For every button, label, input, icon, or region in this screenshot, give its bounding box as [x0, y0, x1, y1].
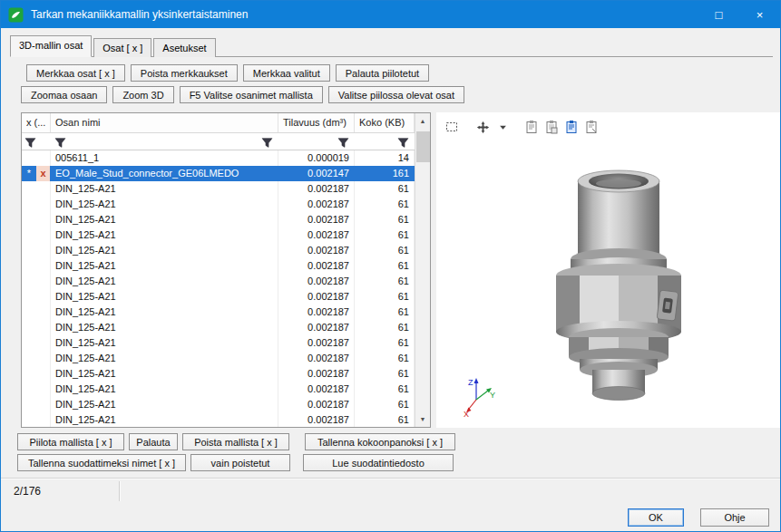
cell-size: 61 [355, 197, 415, 212]
cell-name: DIN_125-A21 [51, 274, 278, 289]
table-row[interactable]: 005611_10.00001914 [22, 150, 415, 166]
scroll-down-icon[interactable]: ▼ [415, 411, 430, 427]
palauta-button[interactable]: Palauta [129, 433, 178, 450]
vain-poistetut-button[interactable]: vain poistetut [190, 454, 290, 471]
3d-model[interactable] [532, 165, 705, 404]
cell-marker: * [22, 166, 36, 181]
merkkaa-valitut-button[interactable]: Merkkaa valitut [243, 64, 330, 82]
close-button[interactable]: × [739, 1, 780, 28]
3d-viewer[interactable]: Z Y X [436, 112, 780, 428]
dropdown-arrow-icon[interactable] [494, 119, 511, 135]
tallenna-kokoonpanoksi-x-button[interactable]: Tallenna kokoonpanoksi [ x ] [305, 433, 455, 450]
palauta-piilotetut-button[interactable]: Palauta piilotetut [336, 64, 429, 82]
table-row[interactable]: DIN_125-A210.00218761 [22, 258, 415, 274]
filter-funnel-icon[interactable] [54, 136, 66, 148]
cell-volume: 0.002187 [278, 212, 355, 227]
cell-size: 61 [355, 274, 415, 289]
lue-suodatintiedosto-button[interactable]: Lue suodatintiedosto [303, 454, 454, 471]
status-divider [119, 481, 121, 501]
table-row[interactable]: DIN_125-A210.00218761 [22, 305, 415, 320]
table-row[interactable]: DIN_125-A210.00218761 [22, 227, 415, 243]
zoom-area-icon[interactable] [444, 119, 460, 135]
cell-marker [22, 274, 36, 289]
scroll-thumb[interactable] [416, 131, 430, 162]
table-header: x (... Osan nimi Tilavuus (dm³) Koko (KB… [22, 113, 415, 133]
cell-marker [22, 243, 36, 258]
pan-icon[interactable] [474, 119, 491, 135]
cell-volume: 0.002187 [278, 243, 355, 258]
cell-volume: 0.002187 [278, 335, 355, 351]
filter-funnel-icon[interactable] [397, 136, 409, 148]
merkkaa-osat-x-button[interactable]: Merkkaa osat [ x ] [26, 64, 125, 82]
cell-x [36, 197, 51, 212]
cell-size: 61 [355, 335, 415, 351]
table-row[interactable]: *xEO_Male_Stud_connector_GE06LMEDO0.0021… [22, 166, 415, 181]
filter-row [22, 133, 415, 150]
table-row[interactable]: DIN_125-A210.00218761 [22, 351, 415, 366]
piilota-mallista-x-button[interactable]: Piilota mallista [ x ] [17, 433, 124, 450]
table-row[interactable]: DIN_125-A210.00218761 [22, 197, 415, 212]
cell-name: DIN_125-A21 [51, 412, 278, 428]
cell-x [36, 320, 51, 335]
column-header-x[interactable]: x (... [22, 113, 51, 132]
copy-icon[interactable] [523, 119, 540, 135]
cell-x [36, 181, 51, 197]
valitse-piilossa-olevat-osat-button[interactable]: Valitse piilossa olevat osat [328, 86, 464, 103]
table-row[interactable]: DIN_125-A210.00218761 [22, 289, 415, 305]
table-row[interactable]: DIN_125-A210.00218761 [22, 320, 415, 335]
zoom-3d-button[interactable]: Zoom 3D [112, 86, 173, 103]
copy-special-icon[interactable] [543, 119, 560, 135]
maximize-button[interactable]: □ [698, 1, 739, 28]
dialog-window: Tarkan mekaniikkamallin yksinkertaistami… [0, 0, 781, 532]
footer: OK Ohje [1, 503, 780, 527]
cell-size: 61 [355, 320, 415, 335]
column-header-volume[interactable]: Tilavuus (dm³) [278, 113, 355, 132]
poista-merkkaukset-button[interactable]: Poista merkkaukset [131, 64, 238, 82]
f5-valitse-osanimet-mallista-button[interactable]: F5 Valitse osanimet mallista [180, 86, 323, 103]
tab-asetukset[interactable]: Asetukset [153, 38, 215, 57]
parts-table: x (... Osan nimi Tilavuus (dm³) Koko (KB… [21, 112, 431, 428]
table-row[interactable]: DIN_125-A210.00218761 [22, 335, 415, 351]
column-header-size[interactable]: Koko (KB) [355, 113, 415, 132]
cell-size: 61 [355, 212, 415, 227]
paste-icon[interactable] [583, 119, 600, 135]
column-header-name[interactable]: Osan nimi [51, 113, 278, 132]
main-area: x (... Osan nimi Tilavuus (dm³) Koko (KB… [21, 112, 780, 428]
tab-strip: 3D-mallin osatOsat [ x ]Asetukset [10, 35, 773, 57]
cell-marker [22, 366, 36, 382]
tab-osat-x[interactable]: Osat [ x ] [93, 38, 151, 57]
cell-name: DIN_125-A21 [51, 197, 278, 212]
table-row[interactable]: DIN_125-A210.00218761 [22, 412, 415, 428]
zoomaa-osaan-button[interactable]: Zoomaa osaan [21, 86, 107, 103]
cell-volume: 0.002187 [278, 305, 355, 320]
viewer-toolbar [436, 112, 780, 136]
table-row[interactable]: DIN_125-A210.00218761 [22, 382, 415, 397]
filter-funnel-icon[interactable] [24, 136, 36, 148]
ok-button[interactable]: OK [628, 508, 684, 527]
toolbar-row-2: Zoomaa osaanZoom 3DF5 Valitse osanimet m… [21, 86, 780, 103]
cell-volume: 0.002147 [278, 166, 355, 181]
cell-name: DIN_125-A21 [51, 397, 278, 412]
filter-funnel-icon[interactable] [261, 136, 273, 148]
paste-active-icon[interactable] [563, 119, 580, 135]
table-row[interactable]: DIN_125-A210.00218761 [22, 212, 415, 227]
table-row[interactable]: DIN_125-A210.00218761 [22, 274, 415, 289]
cell-name: EO_Male_Stud_connector_GE06LMEDO [51, 166, 278, 181]
table-row[interactable]: DIN_125-A210.00218761 [22, 243, 415, 258]
scroll-up-icon[interactable]: ▲ [415, 113, 430, 129]
tallenna-suodattimeksi-nimet-x-button[interactable]: Tallenna suodattimeksi nimet [ x ] [17, 454, 186, 471]
cell-name: DIN_125-A21 [51, 227, 278, 243]
cell-name: DIN_125-A21 [51, 351, 278, 366]
status-bar: 2/176 [1, 479, 780, 503]
table-row[interactable]: DIN_125-A210.00218761 [22, 366, 415, 382]
help-button[interactable]: Ohje [700, 508, 769, 527]
tab-3d-mallin-osat[interactable]: 3D-mallin osat [10, 35, 92, 57]
filter-funnel-icon[interactable] [337, 136, 349, 148]
table-scrollbar[interactable]: ▲ ▼ [415, 113, 430, 427]
cell-x [36, 274, 51, 289]
cell-volume: 0.002187 [278, 197, 355, 212]
poista-mallista-x-button[interactable]: Poista mallista [ x ] [182, 433, 289, 450]
table-row[interactable]: DIN_125-A210.00218761 [22, 181, 415, 197]
table-row[interactable]: DIN_125-A210.00218761 [22, 397, 415, 412]
cell-marker [22, 150, 36, 166]
